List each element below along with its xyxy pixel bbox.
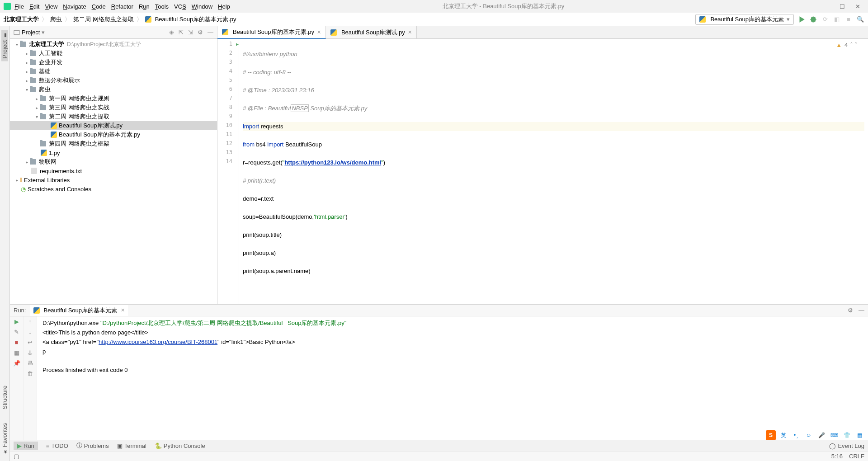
close-tab-icon[interactable]: ✕ [408,29,412,35]
chevron-down-icon[interactable]: ▾ [42,29,45,36]
console-output[interactable]: D:\Python\python.exe "D:/pythonProject/北… [37,316,868,440]
close-icon[interactable]: ✕ [853,1,863,11]
ime-keyboard-icon[interactable]: ⌨ [829,430,839,440]
rerun-icon[interactable]: ▶ [14,318,19,325]
menu-window[interactable]: Window [192,3,212,10]
run-button[interactable] [797,15,806,24]
tree-folder[interactable]: ▾爬虫 [10,85,217,94]
edit-config-icon[interactable]: ✎ [14,329,19,335]
tree-root[interactable]: ▾北京理工大学D:\pythonProject\北京理工大学 [10,40,217,49]
hide-icon[interactable]: — [208,29,213,36]
project-panel-title[interactable]: Project [22,29,40,36]
tree-folder[interactable]: ▸企业开发 [10,58,217,67]
clear-icon[interactable]: 🗑 [27,370,33,377]
layout-icon[interactable]: ▦ [14,349,19,356]
tree-external-libs[interactable]: ▸𝕀External Libraries [10,175,217,184]
breadcrumb-p2[interactable]: 爬虫 [50,15,62,24]
menu-refactor[interactable]: Refactor [111,3,133,10]
project-tree[interactable]: ▾北京理工大学D:\pythonProject\北京理工大学 ▸人工智能 ▸企业… [10,39,217,304]
minimize-icon[interactable]: — [822,1,832,11]
tree-folder[interactable]: ▸数据分析和展示 [10,76,217,85]
menu-code[interactable]: Code [92,3,106,10]
console-link[interactable]: http://www.icourse163.org/course/BIT-268… [99,339,217,345]
prev-highlight-icon[interactable]: ˆ [850,42,852,48]
next-highlight-icon[interactable]: ˇ [855,42,857,48]
breadcrumb-p3[interactable]: 第二周 网络爬虫之提取 [73,15,134,24]
menu-navigate[interactable]: Navigate [63,3,86,10]
close-tab-icon[interactable]: ✕ [317,29,321,35]
status-widget-icon[interactable]: ▢ [14,453,19,460]
locate-icon[interactable]: ⊕ [169,29,174,36]
debug-button[interactable] [809,15,817,24]
problems-tool-button[interactable]: ⓘProblems [76,442,109,450]
python-console-tool-button[interactable]: 🐍Python Console [155,442,205,449]
structure-tool-button[interactable]: Structure [1,383,8,412]
tree-file[interactable]: Beautiful Soup库的基本元素.py [10,130,217,139]
up-icon[interactable]: ↑ [28,318,32,325]
print-icon[interactable]: 🖶 [27,360,33,367]
close-tab-icon[interactable]: ✕ [121,307,125,313]
ime-lang-icon[interactable]: 英 [778,430,788,440]
caret-position[interactable]: 5:16 [831,453,843,460]
tree-scratches[interactable]: ◔Scratches and Consoles [10,184,217,193]
tree-folder[interactable]: ▸人工智能 [10,49,217,58]
gutter[interactable]: 1234567891011121314 [217,39,239,304]
scroll-end-icon[interactable]: ⇊ [28,349,33,356]
run-config-selector[interactable]: Beautiful Soup库的基本元素 ▾ [695,14,794,25]
maximize-icon[interactable]: ☐ [837,1,847,11]
ime-toolbox-icon[interactable]: ▦ [854,430,864,440]
menu-file[interactable]: File [14,3,24,10]
soft-wrap-icon[interactable]: ↩ [28,339,33,346]
tree-folder[interactable]: ▸第一周 网络爬虫之规则 [10,94,217,103]
down-icon[interactable]: ↓ [28,329,32,335]
tree-file[interactable]: Beautiful Soup库测试.py [10,121,217,130]
ime-emoji-icon[interactable]: ☺ [804,430,814,440]
ime-punct-icon[interactable]: •ˏ [791,430,801,440]
profile-button[interactable]: ◧ [833,15,841,24]
favorites-tool-button[interactable]: ★ Favorites [1,420,8,457]
stop-icon[interactable]: ■ [15,339,19,346]
editor-body[interactable]: 1234567891011121314 #!/usr/bin/env pytho… [217,39,868,304]
run-tab[interactable]: Beautiful Soup库的基本元素✕ [30,305,128,316]
menu-vcs[interactable]: VCS [174,3,186,10]
breadcrumb-root[interactable]: 北京理工大学 [4,15,39,24]
expand-all-icon[interactable]: ⇱ [179,29,184,36]
search-everywhere-button[interactable]: 🔍 [856,15,864,24]
ime-skin-icon[interactable]: 👕 [842,430,852,440]
event-log-button[interactable]: ◯Event Log [829,442,864,449]
tree-folder[interactable]: ▾第二周 网络爬虫之提取 [10,112,217,121]
code-area[interactable]: #!/usr/bin/env python # -- coding: utf-8… [239,39,868,304]
editor-tab-active[interactable]: Beautiful Soup库的基本元素.py✕ [217,26,326,39]
menu-edit[interactable]: Edit [29,3,39,10]
tree-label: Beautiful Soup库测试.py [59,122,123,130]
tree-folder[interactable]: ▸人工智能物联网 [10,157,217,166]
coverage-button[interactable]: ⟳ [821,15,829,24]
tree-file[interactable]: requirements.txt [10,166,217,175]
menu-run[interactable]: Run [139,3,150,10]
tree-folder[interactable]: ▸第三周 网络爬虫之实战 [10,103,217,112]
tree-file[interactable]: 1.py [10,148,217,157]
breadcrumb-file[interactable]: Beautiful Soup库的基本元素.py [155,15,236,24]
settings-icon[interactable]: ⚙ [198,29,203,36]
settings-icon[interactable]: ⚙ [848,307,853,314]
inspection-indicator[interactable]: ▲ 4 ˆ ˇ [836,42,857,48]
hide-icon[interactable]: — [859,307,864,314]
menu-help[interactable]: Help [218,3,230,10]
editor-tab[interactable]: Beautiful Soup库测试.py✕ [326,26,417,38]
run-tool-button[interactable]: ▶Run [14,442,38,450]
ime-voice-icon[interactable]: 🎤 [816,430,826,440]
terminal-tool-button[interactable]: ▣Terminal [117,442,146,449]
stop-button[interactable]: ■ [844,15,853,24]
project-icon [14,29,20,36]
menu-view[interactable]: View [45,3,57,10]
ime-sogou-icon[interactable]: S [766,430,776,440]
todo-tool-button[interactable]: ≡TODO [46,442,68,449]
tree-folder[interactable]: ▸基础 [10,67,217,76]
collapse-all-icon[interactable]: ⇲ [188,29,193,36]
pin-icon[interactable]: 📌 [13,360,20,367]
line-separator[interactable]: CRLF [849,453,864,460]
folder-icon [40,96,46,101]
tree-folder[interactable]: 第四周 网络爬虫之框架 [10,139,217,148]
project-tool-button[interactable]: Project ▮ [1,30,8,61]
menu-tools[interactable]: Tools [155,3,169,10]
